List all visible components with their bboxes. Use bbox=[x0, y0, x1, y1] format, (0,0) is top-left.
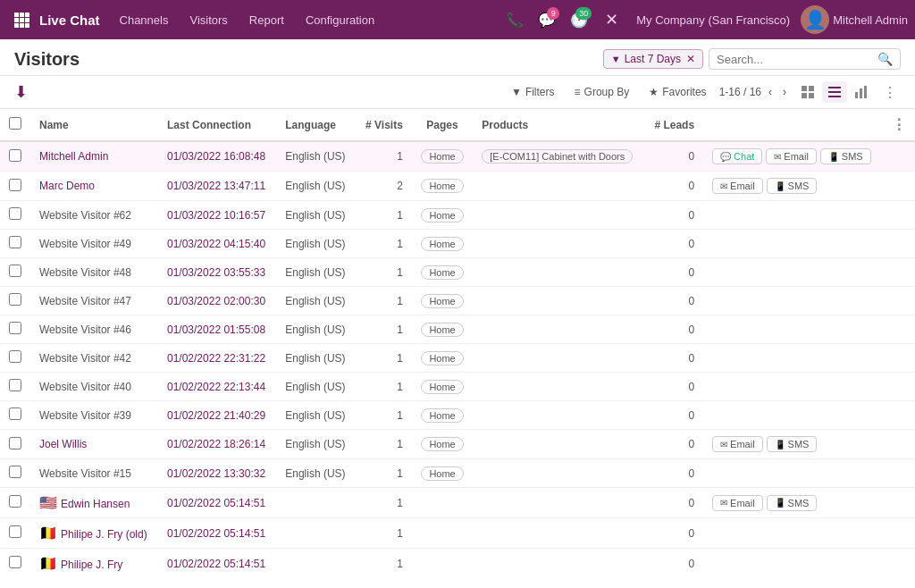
language: English (US) bbox=[276, 230, 356, 258]
action-sms-button[interactable]: 📱SMS bbox=[820, 148, 871, 164]
row-checkbox[interactable] bbox=[9, 407, 21, 420]
col-header-visits[interactable]: # Visits bbox=[356, 109, 412, 141]
row-checkbox[interactable] bbox=[9, 495, 21, 508]
col-header-products[interactable]: Products bbox=[473, 109, 644, 141]
sms-icon: 📱 bbox=[828, 152, 839, 162]
row-more bbox=[883, 518, 915, 549]
column-options-icon[interactable]: ⋮ bbox=[892, 117, 906, 132]
search-icon[interactable]: 🔍 bbox=[877, 52, 893, 66]
filters-button[interactable]: ▼ Filters bbox=[504, 83, 562, 101]
table-row: 🇧🇪Philipe J. Fry01/02/2022 05:14:5110 bbox=[0, 549, 915, 575]
nav-configuration[interactable]: Configuration bbox=[297, 10, 383, 30]
col-header-language[interactable]: Language bbox=[276, 109, 356, 141]
row-checkbox[interactable] bbox=[9, 556, 21, 568]
clock-icon-btn[interactable]: 🕐 30 bbox=[565, 5, 593, 34]
action-sms-button[interactable]: 📱SMS bbox=[767, 436, 818, 452]
row-more bbox=[883, 459, 915, 488]
language bbox=[276, 518, 356, 549]
email-icon: ✉ bbox=[720, 440, 727, 449]
row-checkbox[interactable] bbox=[9, 179, 21, 191]
row-checkbox[interactable] bbox=[9, 236, 21, 248]
visitor-name-link[interactable]: Philipe J. Fry bbox=[61, 559, 122, 571]
favorites-button[interactable]: ★ Favorites bbox=[642, 83, 713, 101]
row-more bbox=[883, 401, 915, 430]
pages: Home bbox=[412, 287, 473, 315]
username[interactable]: Mitchell Admin bbox=[833, 13, 908, 27]
row-actions bbox=[703, 201, 883, 230]
row-checkbox[interactable] bbox=[9, 293, 21, 306]
search-input[interactable] bbox=[717, 53, 877, 66]
select-all-checkbox[interactable] bbox=[9, 117, 21, 130]
last-connection: 01/03/2022 03:55:33 bbox=[158, 258, 276, 287]
table-row: Website Visitor #4001/02/2022 22:13:44En… bbox=[0, 373, 915, 401]
filter-icon: ▼ bbox=[511, 86, 522, 98]
row-checkbox[interactable] bbox=[9, 466, 21, 478]
action-email-button[interactable]: ✉Email bbox=[766, 148, 817, 164]
view-kanban-button[interactable] bbox=[795, 81, 820, 103]
avatar[interactable]: 👤 bbox=[801, 5, 829, 34]
action-chat-button[interactable]: 💬Chat bbox=[712, 148, 762, 164]
action-sms-button[interactable]: 📱SMS bbox=[767, 495, 818, 511]
view-graph-button[interactable] bbox=[849, 81, 874, 103]
action-email-button[interactable]: ✉Email bbox=[712, 178, 763, 194]
language: English (US) bbox=[276, 459, 356, 488]
products bbox=[473, 315, 644, 344]
chat-icon-btn[interactable]: 💬 9 bbox=[533, 5, 561, 34]
row-checkbox[interactable] bbox=[9, 322, 21, 334]
phone-icon-btn[interactable]: 📞 bbox=[500, 5, 529, 34]
col-header-last-connection[interactable]: Last Connection bbox=[158, 109, 276, 141]
filter-tag-close-icon[interactable]: ✕ bbox=[686, 53, 695, 65]
row-checkbox[interactable] bbox=[9, 525, 21, 538]
pagination-next[interactable]: › bbox=[779, 84, 790, 100]
row-actions bbox=[703, 401, 883, 430]
flag-icon: 🇧🇪 bbox=[39, 525, 57, 541]
visitor-name: Website Visitor #40 bbox=[39, 381, 131, 393]
pages: Home bbox=[412, 141, 473, 172]
row-checkbox[interactable] bbox=[9, 265, 21, 277]
language: English (US) bbox=[276, 141, 356, 172]
download-button[interactable]: ⬇ bbox=[14, 82, 28, 102]
last-connection: 01/02/2022 05:14:51 bbox=[158, 549, 276, 575]
visitor-name-link[interactable]: Edwin Hansen bbox=[61, 498, 130, 510]
action-email-button[interactable]: ✉Email bbox=[712, 495, 763, 511]
row-checkbox[interactable] bbox=[9, 149, 21, 162]
more-options-icon[interactable]: ⋮ bbox=[879, 82, 901, 103]
svg-rect-0 bbox=[14, 13, 19, 17]
visitor-name-link[interactable]: Joel Willis bbox=[39, 438, 87, 450]
svg-rect-17 bbox=[860, 88, 862, 98]
row-checkbox[interactable] bbox=[9, 437, 21, 449]
visits-count: 1 bbox=[356, 488, 412, 518]
products bbox=[473, 258, 644, 287]
action-email-button[interactable]: ✉Email bbox=[712, 436, 763, 452]
action-sms-button[interactable]: 📱SMS bbox=[767, 178, 818, 194]
search-box: 🔍 bbox=[709, 48, 901, 70]
nav-channels[interactable]: Channels bbox=[111, 10, 178, 30]
row-actions bbox=[703, 230, 883, 258]
nav-report[interactable]: Report bbox=[240, 10, 293, 30]
products bbox=[473, 172, 644, 201]
leads-count: 0 bbox=[644, 201, 703, 230]
visits-count: 1 bbox=[356, 518, 412, 549]
filter-funnel-icon: ▼ bbox=[611, 54, 621, 64]
favorites-label: Favorites bbox=[662, 86, 706, 98]
row-checkbox[interactable] bbox=[9, 207, 21, 220]
col-header-name[interactable]: Name bbox=[30, 109, 158, 141]
nav-visitors[interactable]: Visitors bbox=[180, 10, 236, 30]
row-checkbox[interactable] bbox=[9, 350, 21, 363]
company-selector[interactable]: My Company (San Francisco) bbox=[629, 10, 797, 30]
filter-tag-last7days[interactable]: ▼ Last 7 Days ✕ bbox=[603, 49, 703, 69]
row-checkbox[interactable] bbox=[9, 379, 21, 391]
visitor-name-link[interactable]: Mitchell Admin bbox=[39, 150, 108, 163]
grid-menu-icon[interactable] bbox=[7, 5, 36, 34]
visitors-table: Name Last Connection Language # Visits P… bbox=[0, 109, 915, 574]
row-actions: ✉Email📱SMS bbox=[703, 172, 883, 201]
visitor-name-link[interactable]: Marc Demo bbox=[39, 180, 95, 192]
col-header-leads[interactable]: # Leads bbox=[644, 109, 703, 141]
view-list-button[interactable] bbox=[822, 81, 847, 103]
groupby-button[interactable]: ≡ Group By bbox=[567, 83, 637, 101]
pagination-prev[interactable]: ‹ bbox=[765, 84, 776, 100]
groupby-label: Group By bbox=[584, 86, 630, 98]
close-icon-btn[interactable]: ✕ bbox=[597, 5, 625, 34]
col-header-pages[interactable]: Pages bbox=[412, 109, 473, 141]
visitor-name-link[interactable]: Philipe J. Fry (old) bbox=[61, 528, 147, 541]
